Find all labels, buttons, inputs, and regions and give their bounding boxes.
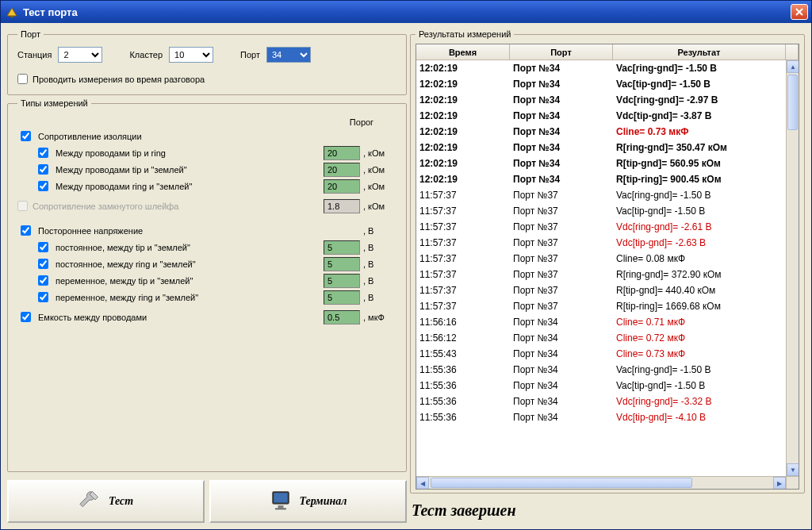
dc-ring-label: постоянное, между ring и "землей": [56, 259, 196, 269]
svg-rect-5: [275, 509, 286, 510]
port-legend: Порт: [17, 29, 44, 39]
col-result-header[interactable]: Результат: [613, 44, 786, 60]
measure-during-call-checkbox[interactable]: [17, 74, 28, 84]
monitor-icon: [270, 489, 292, 514]
window-title: Тест порта: [23, 6, 78, 18]
svg-rect-1: [10, 16, 13, 17]
scroll-up-icon[interactable]: ▲: [787, 60, 799, 73]
table-row[interactable]: 11:57:37Порт №37Vdc[ring-gnd]= -2.61 В: [416, 219, 786, 235]
table-row[interactable]: 11:57:37Порт №37R[tip-gnd]= 440.40 кОм: [416, 282, 786, 298]
table-row[interactable]: 12:02:19Порт №34R[tip-gnd]= 560.95 кОм: [416, 156, 786, 171]
results-grid[interactable]: Время Порт Результат 12:02:19Порт №34Vac…: [416, 44, 799, 490]
insulation-checkbox[interactable]: [21, 131, 31, 141]
close-button[interactable]: [791, 4, 808, 20]
tip-ring-checkbox[interactable]: [38, 148, 48, 158]
table-row[interactable]: 11:57:37Порт №37Vac[ring-gnd]= -1.50 В: [416, 187, 786, 203]
table-row[interactable]: 12:02:19Порт №34Vac[tip-gnd]= -1.50 В: [416, 76, 786, 92]
table-row[interactable]: 11:56:16Порт №34Cline= 0.71 мкФ: [416, 314, 786, 330]
tip-ring-threshold[interactable]: [324, 146, 360, 160]
svg-rect-4: [278, 505, 283, 509]
scroll-thumb-h[interactable]: [431, 478, 692, 488]
svg-marker-0: [7, 8, 17, 16]
table-row[interactable]: 11:56:12Порт №34Cline= 0.72 мкФ: [416, 330, 786, 346]
table-row[interactable]: 11:57:37Порт №37Vac[tip-gnd]= -1.50 В: [416, 203, 786, 219]
table-row[interactable]: 11:57:37Порт №37R[tip-ring]= 1669.68 кОм: [416, 298, 786, 314]
table-row[interactable]: 12:02:19Порт №34R[tip-ring]= 900.45 кОм: [416, 171, 786, 187]
results-group: Результаты измерений Время Порт Результа…: [410, 29, 805, 494]
table-row[interactable]: 11:57:37Порт №37Cline= 0.08 мкФ: [416, 251, 786, 267]
svg-rect-3: [274, 493, 288, 502]
table-row[interactable]: 11:55:43Порт №34Cline= 0.73 мкФ: [416, 346, 786, 362]
insulation-label: Сопротивление изоляции: [38, 132, 142, 141]
table-row[interactable]: 11:55:36Порт №34Vac[tip-gnd]= -1.50 В: [416, 378, 786, 394]
dc-tip-label: постоянное, между tip и "землей": [56, 243, 190, 252]
horizontal-scrollbar[interactable]: ◀ ▶: [416, 476, 786, 489]
test-button[interactable]: Тест: [7, 480, 205, 523]
table-row[interactable]: 11:57:37Порт №37Vdc[tip-gnd]= -2.63 В: [416, 235, 786, 251]
port-label: Порт: [240, 50, 260, 60]
cluster-select[interactable]: 10: [169, 47, 213, 63]
status-text: Тест завершен: [410, 498, 805, 523]
terminal-button[interactable]: Терминал: [209, 480, 407, 523]
ring-gnd-checkbox[interactable]: [38, 181, 48, 191]
scroll-right-icon[interactable]: ▶: [773, 477, 786, 489]
table-row[interactable]: 12:02:19Порт №34Cline= 0.73 мкФ: [416, 124, 786, 140]
station-select[interactable]: 2: [58, 47, 102, 63]
table-row[interactable]: 12:02:19Порт №34Vdc[tip-gnd]= -3.87 В: [416, 108, 786, 124]
scroll-down-icon[interactable]: ▼: [787, 463, 799, 476]
ac-tip-label: переменное, между tip и "землей": [56, 276, 193, 286]
titlebar[interactable]: Тест порта: [1, 1, 811, 23]
tip-gnd-label: Между проводами tip и "землей": [56, 165, 187, 175]
table-row[interactable]: 12:02:19Порт №34R[ring-gnd]= 350.47 кОм: [416, 140, 786, 156]
col-port-header[interactable]: Порт: [510, 44, 613, 60]
window: Тест порта Порт Станция 2 Кластер 10 Пор…: [0, 0, 812, 530]
dc-tip-threshold[interactable]: [324, 240, 360, 255]
table-row[interactable]: 12:02:19Порт №34Vdc[ring-gnd]= -2.97 В: [416, 92, 786, 108]
foreign-volt-label: Постороннее напряжение: [38, 226, 143, 236]
ac-ring-threshold[interactable]: [324, 290, 360, 305]
unit-kohm: , кОм: [363, 148, 396, 158]
app-icon: [6, 6, 18, 18]
tip-gnd-threshold[interactable]: [324, 163, 360, 177]
scroll-thumb-v[interactable]: [787, 75, 798, 130]
station-label: Станция: [17, 50, 52, 60]
capacitance-checkbox[interactable]: [21, 312, 31, 322]
capacitance-label: Емкость между проводами: [38, 313, 147, 322]
table-row[interactable]: 11:57:37Порт №37R[ring-gnd]= 372.90 кОм: [416, 267, 786, 282]
col-time-header[interactable]: Время: [416, 44, 510, 60]
scroll-left-icon[interactable]: ◀: [416, 477, 429, 489]
cluster-label: Кластер: [129, 50, 163, 60]
port-group: Порт Станция 2 Кластер 10 Порт 34 Провод…: [7, 29, 407, 95]
wrench-icon: [79, 489, 101, 514]
port-select[interactable]: 34: [266, 47, 311, 63]
measure-during-call-label: Проводить измерения во время разговора: [33, 75, 205, 84]
ac-ring-label: переменное, между ring и "землей": [56, 293, 198, 302]
dc-ring-checkbox[interactable]: [38, 259, 48, 269]
results-legend: Результаты измерений: [416, 29, 514, 39]
table-row[interactable]: 11:55:36Порт №34Vdc[ring-gnd]= -3.32 В: [416, 394, 786, 409]
dc-tip-checkbox[interactable]: [38, 242, 48, 252]
loop-threshold: [324, 199, 360, 213]
loop-label: Сопротивление замкнутого шлейфа: [33, 202, 178, 211]
table-row[interactable]: 12:02:19Порт №34Vac[ring-gnd]= -1.50 В: [416, 60, 786, 76]
foreign-volt-checkbox[interactable]: [21, 225, 31, 236]
types-legend: Типы измерений: [17, 98, 91, 108]
ac-tip-checkbox[interactable]: [38, 275, 48, 286]
ring-gnd-threshold[interactable]: [324, 179, 360, 194]
table-row[interactable]: 11:55:36Порт №34Vdc[tip-gnd]= -4.10 В: [416, 409, 786, 425]
types-group: Типы измерений Порог Сопротивление изоля…: [7, 98, 407, 472]
ac-tip-threshold[interactable]: [324, 274, 360, 288]
table-row[interactable]: 11:55:36Порт №34Vac[ring-gnd]= -1.50 В: [416, 362, 786, 378]
loop-checkbox: [17, 201, 28, 211]
tip-gnd-checkbox[interactable]: [38, 164, 48, 175]
dc-ring-threshold[interactable]: [324, 257, 360, 271]
threshold-header: Порог: [327, 117, 396, 127]
tip-ring-label: Между проводами tip и ring: [56, 148, 166, 158]
ac-ring-checkbox[interactable]: [38, 292, 48, 302]
ring-gnd-label: Между проводами ring и "землей": [56, 182, 192, 191]
vertical-scrollbar[interactable]: ▲ ▼: [786, 60, 799, 476]
capacitance-threshold[interactable]: [324, 310, 360, 325]
